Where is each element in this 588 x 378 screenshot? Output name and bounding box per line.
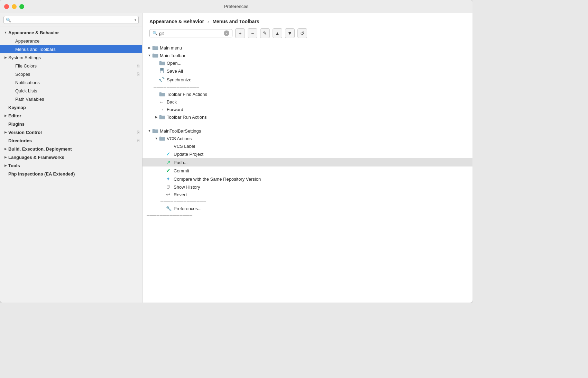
- sidebar-item-appearance-behavior[interactable]: ▼Appearance & Behavior: [0, 28, 142, 37]
- tree-row-revert[interactable]: ↩Revert: [143, 191, 472, 198]
- sidebar-item-tools[interactable]: ▶Tools: [0, 161, 142, 170]
- sidebar-item-menus-toolbars[interactable]: Menus and Toolbars: [0, 45, 142, 53]
- sidebar-item-system-settings[interactable]: ▶System Settings: [0, 53, 142, 62]
- sidebar-item-editor[interactable]: ▶Editor: [0, 111, 142, 120]
- main-header: Appearance & Behavior › Menus and Toolba…: [143, 13, 472, 41]
- copy-icon: ⎘: [137, 63, 139, 68]
- tree-row-toolbar-run[interactable]: ▶Toolbar Run Actions: [143, 113, 472, 121]
- sidebar-item-label: File Colors: [15, 63, 37, 69]
- sidebar-item-label: Languages & Frameworks: [8, 155, 64, 160]
- breadcrumb-part1: Appearance & Behavior: [149, 19, 204, 24]
- tree-row-main-menu[interactable]: ▶Main menu: [143, 44, 472, 52]
- update-icon: ✓: [166, 151, 172, 157]
- tree-row-show-history[interactable]: ⏱Show History: [143, 183, 472, 191]
- sidebar-item-label: System Settings: [8, 55, 41, 60]
- sidebar-item-directories[interactable]: Directories⎘: [0, 136, 142, 145]
- sidebar-search-area: 🔍 ▾: [0, 13, 142, 27]
- move-up-button[interactable]: ▲: [273, 28, 282, 38]
- revert-icon: ↩: [166, 192, 172, 197]
- search-clear-button[interactable]: ×: [224, 30, 229, 36]
- tree-row-synchronize[interactable]: Synchronize: [143, 75, 472, 84]
- tree-row-open[interactable]: Open...: [143, 59, 472, 67]
- sidebar-item-label: Version Control: [8, 130, 42, 135]
- reset-button[interactable]: ↺: [297, 28, 307, 38]
- sidebar-item-label: Editor: [8, 113, 21, 118]
- sidebar-search-input[interactable]: [12, 17, 133, 22]
- add-button[interactable]: +: [235, 28, 245, 38]
- separator-row: ──────────────: [143, 212, 472, 218]
- tree-row-label: Save All: [167, 69, 183, 74]
- maximize-button[interactable]: [19, 4, 24, 9]
- main-search-input[interactable]: [159, 31, 222, 36]
- arrow-icon: ▼: [3, 30, 8, 35]
- expand-arrow: ▶: [147, 45, 152, 51]
- breadcrumb-separator: ›: [208, 19, 209, 24]
- tree-row-label: MainToolBarSettings: [160, 128, 201, 134]
- edit-button[interactable]: ✎: [260, 28, 270, 38]
- tree-row-label: Revert: [174, 192, 187, 197]
- window-title: Preferences: [224, 4, 248, 9]
- forward-icon: →: [159, 107, 165, 112]
- move-down-button[interactable]: ▼: [285, 28, 295, 38]
- separator-row: ──────────────: [143, 84, 472, 90]
- arrow-icon: ▶: [3, 129, 8, 135]
- breadcrumb: Appearance & Behavior › Menus and Toolba…: [149, 19, 466, 24]
- tree-row-push[interactable]: ↗Push...: [143, 158, 472, 166]
- sidebar-item-label: Build, Execution, Deployment: [8, 146, 72, 152]
- sidebar-item-label: Quick Lists: [15, 88, 37, 93]
- tree-row-preferences[interactable]: 🔧Preferences...: [143, 205, 472, 212]
- sidebar-item-languages-frameworks[interactable]: ▶Languages & Frameworks: [0, 153, 142, 161]
- sidebar-item-label: Menus and Toolbars: [15, 47, 56, 52]
- arrow-icon: ▶: [3, 55, 8, 60]
- separator-row: ──────────────: [143, 121, 472, 127]
- remove-button[interactable]: −: [248, 28, 257, 38]
- sidebar-item-label: Notifications: [15, 80, 40, 85]
- tree-row-save-all[interactable]: Save All: [143, 67, 472, 75]
- sidebar-item-file-colors[interactable]: File Colors⎘: [0, 62, 142, 70]
- sidebar-item-plugins[interactable]: Plugins: [0, 120, 142, 128]
- tree-row-main-toolbar-settings[interactable]: ▼MainToolBarSettings: [143, 127, 472, 135]
- copy-icon: ⎘: [137, 130, 139, 135]
- sidebar-item-version-control[interactable]: ▶Version Control⎘: [0, 128, 142, 136]
- expand-arrow: ▼: [147, 128, 152, 134]
- sidebar-item-build-execution[interactable]: ▶Build, Execution, Deployment: [0, 145, 142, 153]
- main-search-box[interactable]: 🔍 ×: [149, 29, 232, 37]
- tree-row-label: Forward: [167, 107, 183, 112]
- breadcrumb-part2: Menus and Toolbars: [212, 19, 259, 24]
- tree-row-back[interactable]: ←Back: [143, 98, 472, 106]
- compare-icon: ✦: [166, 176, 172, 182]
- tree-row-vcs-actions[interactable]: ▼VCS Actions: [143, 135, 472, 142]
- sidebar-item-quick-lists[interactable]: Quick Lists: [0, 87, 142, 95]
- tree-row-main-toolbar[interactable]: ▼Main Toolbar: [143, 52, 472, 59]
- sidebar-item-label: Plugins: [8, 122, 25, 127]
- sidebar-item-path-variables[interactable]: Path Variables: [0, 95, 142, 103]
- sidebar-item-label: Appearance: [15, 38, 39, 44]
- copy-icon: ⎘: [137, 138, 139, 143]
- tree-row-label: Preferences...: [174, 206, 202, 211]
- minimize-button[interactable]: [12, 4, 17, 9]
- close-button[interactable]: [4, 4, 9, 9]
- sidebar-item-scopes[interactable]: Scopes⎘: [0, 70, 142, 78]
- sidebar-item-label: Directories: [8, 138, 32, 143]
- tree-row-compare[interactable]: ✦Compare with the Same Repository Versio…: [143, 175, 472, 183]
- sidebar-item-label: Keymap: [8, 105, 26, 110]
- tree-row-update-project[interactable]: ✓Update Project: [143, 150, 472, 158]
- tree-row-label: Update Project: [174, 152, 203, 157]
- back-icon: ←: [159, 99, 165, 105]
- tree-row-commit[interactable]: ✔Commit: [143, 166, 472, 175]
- sidebar-item-notifications[interactable]: Notifications: [0, 78, 142, 87]
- sidebar-search-box[interactable]: 🔍 ▾: [3, 16, 139, 24]
- sidebar-item-keymap[interactable]: Keymap: [0, 103, 142, 111]
- sidebar-item-php-inspections[interactable]: Php Inspections (EA Extended): [0, 170, 142, 178]
- sidebar-item-label: Appearance & Behavior: [8, 30, 59, 35]
- tree-row-label: Synchronize: [167, 77, 192, 82]
- arrow-icon: ▶: [3, 163, 8, 168]
- arrow-icon: ▶: [3, 154, 8, 160]
- tree-row-vcs-label[interactable]: VCS Label: [143, 142, 472, 150]
- tree-row-forward[interactable]: →Forward: [143, 106, 472, 113]
- expand-arrow: ▼: [147, 53, 152, 58]
- tree-row-toolbar-find[interactable]: Toolbar Find Actions: [143, 90, 472, 98]
- search-dropdown-icon[interactable]: ▾: [135, 18, 136, 22]
- sidebar-item-appearance[interactable]: Appearance: [0, 37, 142, 45]
- sidebar-tree: ▼Appearance & BehaviorAppearanceMenus an…: [0, 27, 142, 303]
